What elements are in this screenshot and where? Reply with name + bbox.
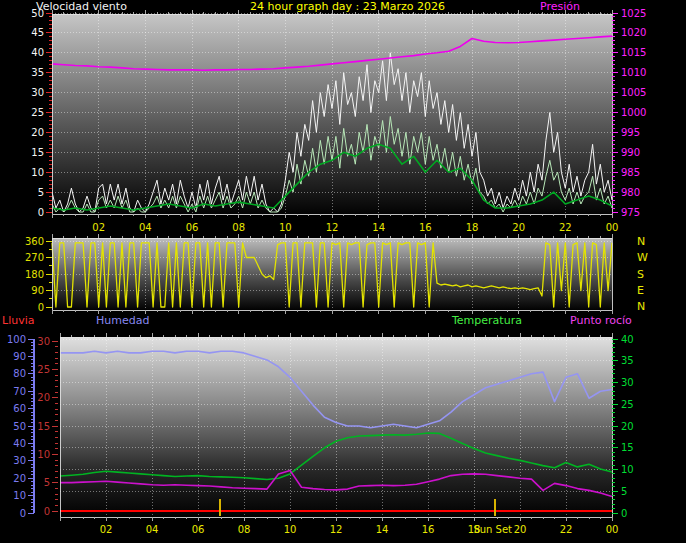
svg-text:1025: 1025 <box>621 8 646 19</box>
compass-letter-s: S <box>637 269 648 280</box>
svg-text:15: 15 <box>621 442 634 453</box>
svg-text:0: 0 <box>20 508 26 519</box>
rain-label: Lluvia <box>2 314 34 327</box>
svg-text:08: 08 <box>238 524 251 535</box>
svg-text:00: 00 <box>606 222 619 233</box>
svg-text:35: 35 <box>31 67 44 78</box>
svg-text:1010: 1010 <box>621 67 646 78</box>
svg-text:985: 985 <box>621 167 640 178</box>
svg-text:10: 10 <box>621 464 634 475</box>
svg-text:22: 22 <box>559 222 572 233</box>
svg-text:25: 25 <box>621 399 634 410</box>
svg-text:20: 20 <box>514 524 527 535</box>
svg-text:1015: 1015 <box>621 47 646 58</box>
svg-text:100: 100 <box>7 334 26 345</box>
chart-title: 24 hour graph day : 23 Marzo 2026 <box>250 0 445 13</box>
svg-text:1000: 1000 <box>621 107 646 118</box>
svg-text:10: 10 <box>37 449 50 460</box>
compass-letter-n-bot: N <box>637 301 648 312</box>
svg-text:80: 80 <box>13 368 26 379</box>
pressure-label: Presión <box>540 0 580 13</box>
weather-graphs-canvas: 0510152025303540455097598098599099510001… <box>0 0 686 543</box>
svg-text:10: 10 <box>279 222 292 233</box>
svg-text:02: 02 <box>92 222 105 233</box>
svg-text:16: 16 <box>422 524 435 535</box>
compass-labels: N W S E N <box>637 236 648 312</box>
svg-text:04: 04 <box>139 222 152 233</box>
svg-text:45: 45 <box>31 27 44 38</box>
svg-text:14: 14 <box>372 222 385 233</box>
compass-letter-e: E <box>637 285 648 296</box>
svg-text:10: 10 <box>13 490 26 501</box>
svg-text:1005: 1005 <box>621 87 646 98</box>
svg-text:40: 40 <box>13 438 26 449</box>
svg-text:15: 15 <box>37 421 50 432</box>
svg-text:0: 0 <box>44 506 50 517</box>
svg-text:5: 5 <box>38 187 44 198</box>
svg-text:02: 02 <box>100 524 113 535</box>
svg-text:Sun Set: Sun Set <box>473 524 512 535</box>
svg-text:360: 360 <box>25 236 44 247</box>
temperature-label: Temperatura <box>452 314 522 327</box>
svg-text:22: 22 <box>560 524 573 535</box>
svg-text:25: 25 <box>31 107 44 118</box>
svg-text:14: 14 <box>376 524 389 535</box>
svg-text:06: 06 <box>192 524 205 535</box>
svg-text:30: 30 <box>31 87 44 98</box>
svg-text:04: 04 <box>146 524 159 535</box>
svg-text:90: 90 <box>31 285 44 296</box>
svg-text:25: 25 <box>37 364 50 375</box>
svg-text:00: 00 <box>606 524 619 535</box>
svg-text:20: 20 <box>37 392 50 403</box>
dew-point-label: Punto rocío <box>570 314 632 327</box>
svg-text:40: 40 <box>621 334 634 345</box>
svg-text:5: 5 <box>44 477 50 488</box>
svg-text:5: 5 <box>621 486 627 497</box>
svg-text:20: 20 <box>512 222 525 233</box>
svg-text:0: 0 <box>621 508 627 519</box>
compass-letter-n-top: N <box>637 236 648 247</box>
svg-text:30: 30 <box>37 336 50 347</box>
svg-text:180: 180 <box>25 269 44 280</box>
svg-text:990: 990 <box>621 147 640 158</box>
svg-text:16: 16 <box>419 222 432 233</box>
svg-text:50: 50 <box>13 421 26 432</box>
svg-text:270: 270 <box>25 252 44 263</box>
svg-text:06: 06 <box>186 222 199 233</box>
svg-text:40: 40 <box>31 47 44 58</box>
svg-text:1020: 1020 <box>621 27 646 38</box>
svg-text:10: 10 <box>284 524 297 535</box>
humidity-label: Humedad <box>96 314 149 327</box>
svg-text:90: 90 <box>13 351 26 362</box>
svg-text:70: 70 <box>13 386 26 397</box>
svg-text:0: 0 <box>38 207 44 218</box>
svg-text:15: 15 <box>31 147 44 158</box>
svg-text:12: 12 <box>330 524 343 535</box>
svg-text:20: 20 <box>31 127 44 138</box>
svg-text:0: 0 <box>38 302 44 313</box>
svg-text:20: 20 <box>13 473 26 484</box>
wind-speed-label: Velocidad viento <box>36 0 127 13</box>
svg-text:08: 08 <box>232 222 245 233</box>
svg-text:980: 980 <box>621 187 640 198</box>
svg-text:995: 995 <box>621 127 640 138</box>
svg-text:60: 60 <box>13 403 26 414</box>
weather-graph-window: 0510152025303540455097598098599099510001… <box>0 0 686 543</box>
svg-text:30: 30 <box>621 377 634 388</box>
svg-text:975: 975 <box>621 207 640 218</box>
svg-text:12: 12 <box>326 222 339 233</box>
compass-letter-w: W <box>637 252 648 263</box>
svg-text:35: 35 <box>621 355 634 366</box>
svg-text:18: 18 <box>466 222 479 233</box>
svg-text:20: 20 <box>621 421 634 432</box>
svg-text:10: 10 <box>31 167 44 178</box>
svg-text:30: 30 <box>13 455 26 466</box>
